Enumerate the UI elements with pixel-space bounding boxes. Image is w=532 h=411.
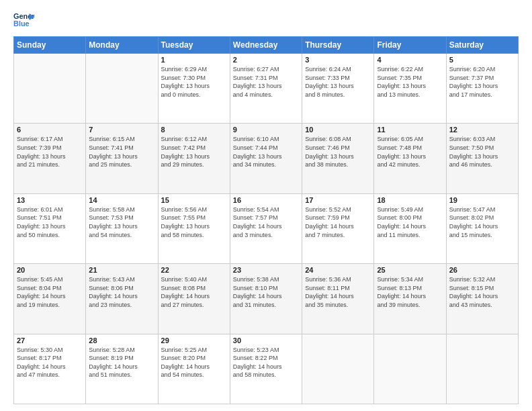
day-number: 21 <box>89 266 154 274</box>
day-detail: Sunrise: 6:08 AM Sunset: 7:46 PM Dayligh… <box>305 135 371 169</box>
calendar-cell: 25Sunrise: 5:34 AM Sunset: 8:13 PM Dayli… <box>374 264 446 334</box>
day-detail: Sunrise: 5:25 AM Sunset: 8:20 PM Dayligh… <box>161 346 227 379</box>
weekday-header: Monday <box>86 37 158 54</box>
day-number: 24 <box>305 266 371 274</box>
calendar-cell: 18Sunrise: 5:49 AM Sunset: 8:00 PM Dayli… <box>374 193 446 263</box>
calendar-cell: 3Sunrise: 6:24 AM Sunset: 7:33 PM Daylig… <box>302 54 374 124</box>
weekday-header: Saturday <box>446 37 518 54</box>
day-detail: Sunrise: 5:49 AM Sunset: 8:00 PM Dayligh… <box>377 205 443 239</box>
header: General Blue <box>13 11 519 30</box>
day-number: 13 <box>17 196 83 204</box>
day-detail: Sunrise: 5:54 AM Sunset: 7:57 PM Dayligh… <box>233 205 299 239</box>
day-detail: Sunrise: 6:05 AM Sunset: 7:48 PM Dayligh… <box>377 135 443 169</box>
day-number: 20 <box>17 266 83 274</box>
day-number: 26 <box>449 266 515 274</box>
day-number: 17 <box>305 196 371 204</box>
calendar-cell: 15Sunrise: 5:56 AM Sunset: 7:55 PM Dayli… <box>158 193 230 263</box>
day-number: 16 <box>233 196 299 204</box>
calendar-cell <box>14 54 86 124</box>
day-detail: Sunrise: 6:03 AM Sunset: 7:50 PM Dayligh… <box>449 135 515 169</box>
calendar-cell: 30Sunrise: 5:23 AM Sunset: 8:22 PM Dayli… <box>230 334 302 404</box>
day-detail: Sunrise: 6:22 AM Sunset: 7:35 PM Dayligh… <box>377 65 443 99</box>
calendar-week-row: 13Sunrise: 6:01 AM Sunset: 7:51 PM Dayli… <box>14 193 519 263</box>
day-number: 4 <box>377 56 443 64</box>
day-number: 1 <box>161 56 227 64</box>
weekday-header: Thursday <box>302 37 374 54</box>
day-detail: Sunrise: 5:23 AM Sunset: 8:22 PM Dayligh… <box>233 346 299 379</box>
day-number: 27 <box>17 336 83 345</box>
day-detail: Sunrise: 5:40 AM Sunset: 8:08 PM Dayligh… <box>161 275 227 309</box>
day-detail: Sunrise: 5:30 AM Sunset: 8:17 PM Dayligh… <box>17 346 83 379</box>
day-detail: Sunrise: 5:32 AM Sunset: 8:15 PM Dayligh… <box>449 275 515 309</box>
day-detail: Sunrise: 5:58 AM Sunset: 7:53 PM Dayligh… <box>89 205 154 239</box>
day-number: 7 <box>89 126 154 134</box>
calendar-cell: 22Sunrise: 5:40 AM Sunset: 8:08 PM Dayli… <box>158 264 230 334</box>
day-detail: Sunrise: 6:10 AM Sunset: 7:44 PM Dayligh… <box>233 135 299 169</box>
calendar-week-row: 27Sunrise: 5:30 AM Sunset: 8:17 PM Dayli… <box>14 334 519 404</box>
calendar-cell: 1Sunrise: 6:29 AM Sunset: 7:30 PM Daylig… <box>158 54 230 124</box>
day-detail: Sunrise: 6:27 AM Sunset: 7:31 PM Dayligh… <box>233 65 299 99</box>
day-detail: Sunrise: 5:36 AM Sunset: 8:11 PM Dayligh… <box>305 275 371 309</box>
calendar-cell: 8Sunrise: 6:12 AM Sunset: 7:42 PM Daylig… <box>158 124 230 193</box>
calendar-cell: 20Sunrise: 5:45 AM Sunset: 8:04 PM Dayli… <box>14 264 86 334</box>
day-detail: Sunrise: 6:29 AM Sunset: 7:30 PM Dayligh… <box>161 65 227 99</box>
calendar-cell: 2Sunrise: 6:27 AM Sunset: 7:31 PM Daylig… <box>230 54 302 124</box>
day-detail: Sunrise: 6:12 AM Sunset: 7:42 PM Dayligh… <box>161 135 227 169</box>
day-number: 3 <box>305 56 371 64</box>
day-number: 12 <box>449 126 515 134</box>
calendar-cell: 10Sunrise: 6:08 AM Sunset: 7:46 PM Dayli… <box>302 124 374 193</box>
calendar-table: SundayMondayTuesdayWednesdayThursdayFrid… <box>13 36 519 404</box>
logo: General Blue <box>13 11 35 30</box>
svg-text:Blue: Blue <box>13 19 30 28</box>
weekday-header: Tuesday <box>158 37 230 54</box>
day-number: 25 <box>377 266 443 274</box>
day-number: 18 <box>377 196 443 204</box>
calendar-cell: 5Sunrise: 6:20 AM Sunset: 7:37 PM Daylig… <box>446 54 518 124</box>
day-number: 30 <box>233 336 299 345</box>
day-detail: Sunrise: 5:56 AM Sunset: 7:55 PM Dayligh… <box>161 205 227 239</box>
day-number: 19 <box>449 196 515 204</box>
calendar-cell: 4Sunrise: 6:22 AM Sunset: 7:35 PM Daylig… <box>374 54 446 124</box>
calendar-cell: 17Sunrise: 5:52 AM Sunset: 7:59 PM Dayli… <box>302 193 374 263</box>
calendar-cell: 16Sunrise: 5:54 AM Sunset: 7:57 PM Dayli… <box>230 193 302 263</box>
calendar-week-row: 1Sunrise: 6:29 AM Sunset: 7:30 PM Daylig… <box>14 54 519 124</box>
calendar-cell: 23Sunrise: 5:38 AM Sunset: 8:10 PM Dayli… <box>230 264 302 334</box>
weekday-header: Sunday <box>14 37 86 54</box>
day-detail: Sunrise: 6:01 AM Sunset: 7:51 PM Dayligh… <box>17 205 83 239</box>
day-detail: Sunrise: 6:24 AM Sunset: 7:33 PM Dayligh… <box>305 65 371 99</box>
calendar-cell: 21Sunrise: 5:43 AM Sunset: 8:06 PM Dayli… <box>86 264 158 334</box>
day-detail: Sunrise: 6:20 AM Sunset: 7:37 PM Dayligh… <box>449 65 515 99</box>
day-detail: Sunrise: 5:34 AM Sunset: 8:13 PM Dayligh… <box>377 275 443 309</box>
day-detail: Sunrise: 5:52 AM Sunset: 7:59 PM Dayligh… <box>305 205 371 239</box>
logo-icon: General Blue <box>13 11 35 30</box>
calendar-cell: 29Sunrise: 5:25 AM Sunset: 8:20 PM Dayli… <box>158 334 230 404</box>
calendar-cell: 7Sunrise: 6:15 AM Sunset: 7:41 PM Daylig… <box>86 124 158 193</box>
calendar-cell: 11Sunrise: 6:05 AM Sunset: 7:48 PM Dayli… <box>374 124 446 193</box>
day-number: 8 <box>161 126 227 134</box>
calendar-cell <box>374 334 446 404</box>
day-number: 11 <box>377 126 443 134</box>
day-number: 23 <box>233 266 299 274</box>
day-detail: Sunrise: 5:28 AM Sunset: 8:19 PM Dayligh… <box>89 346 154 379</box>
calendar-cell: 27Sunrise: 5:30 AM Sunset: 8:17 PM Dayli… <box>14 334 86 404</box>
calendar-cell: 13Sunrise: 6:01 AM Sunset: 7:51 PM Dayli… <box>14 193 86 263</box>
calendar-week-row: 6Sunrise: 6:17 AM Sunset: 7:39 PM Daylig… <box>14 124 519 193</box>
calendar-cell: 6Sunrise: 6:17 AM Sunset: 7:39 PM Daylig… <box>14 124 86 193</box>
day-detail: Sunrise: 5:38 AM Sunset: 8:10 PM Dayligh… <box>233 275 299 309</box>
day-number: 6 <box>17 126 83 134</box>
day-detail: Sunrise: 6:15 AM Sunset: 7:41 PM Dayligh… <box>89 135 154 169</box>
calendar-cell: 14Sunrise: 5:58 AM Sunset: 7:53 PM Dayli… <box>86 193 158 263</box>
calendar-header-row: SundayMondayTuesdayWednesdayThursdayFrid… <box>14 37 519 54</box>
day-detail: Sunrise: 5:45 AM Sunset: 8:04 PM Dayligh… <box>17 275 83 309</box>
calendar-cell <box>86 54 158 124</box>
calendar-cell: 12Sunrise: 6:03 AM Sunset: 7:50 PM Dayli… <box>446 124 518 193</box>
day-number: 28 <box>89 336 154 345</box>
day-detail: Sunrise: 5:43 AM Sunset: 8:06 PM Dayligh… <box>89 275 154 309</box>
day-number: 10 <box>305 126 371 134</box>
day-number: 5 <box>449 56 515 64</box>
page: General Blue SundayMondayTuesdayWednesda… <box>0 0 532 411</box>
calendar-cell: 28Sunrise: 5:28 AM Sunset: 8:19 PM Dayli… <box>86 334 158 404</box>
day-number: 22 <box>161 266 227 274</box>
weekday-header: Wednesday <box>230 37 302 54</box>
calendar-week-row: 20Sunrise: 5:45 AM Sunset: 8:04 PM Dayli… <box>14 264 519 334</box>
